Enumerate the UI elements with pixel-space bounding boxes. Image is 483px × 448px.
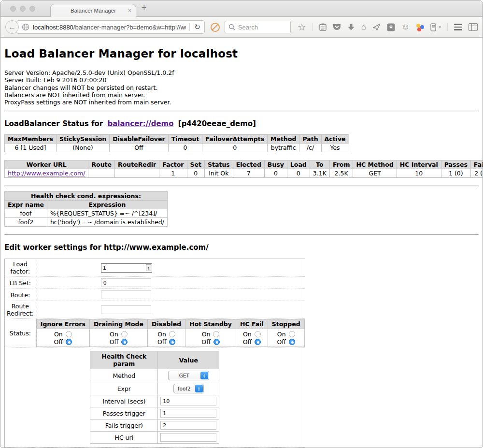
status-label: Status:: [5, 319, 36, 347]
load-factor-field[interactable]: [101, 265, 146, 271]
cell-stickysession: (None): [56, 144, 109, 152]
column-header: To: [310, 160, 329, 169]
back-button[interactable]: ←: [5, 20, 19, 34]
status-on-radio[interactable]: [66, 331, 72, 337]
load-factor-input[interactable]: ▴▾: [101, 263, 152, 273]
cell-elected: 7: [233, 169, 264, 178]
column-header: Worker URL: [5, 160, 88, 169]
column-header: RouteRedir: [115, 160, 159, 169]
column-header: FailoverAttempts: [202, 135, 268, 144]
hc-expr-select[interactable]: foof2 ▴▾: [173, 384, 204, 393]
heading-suffix: [p4420eeae_demo]: [178, 119, 256, 128]
route-label: Route:: [5, 289, 36, 301]
select-arrows-icon: ▴▾: [195, 385, 203, 392]
reload-icon[interactable]: ↻: [193, 23, 201, 31]
divider: [4, 234, 479, 235]
toolbar-divider: [447, 23, 448, 31]
balancer-demo-link[interactable]: balancer://demo: [107, 119, 173, 128]
hc-method-select[interactable]: GET ▴▾: [168, 371, 209, 380]
cell-status: Init Ok: [205, 169, 233, 178]
feedback-smiley-icon[interactable]: ☺: [401, 23, 410, 31]
reader-download-icon[interactable]: [387, 23, 395, 31]
hc-interval-input[interactable]: [160, 397, 216, 405]
cell-hc-interval: 10: [397, 169, 441, 178]
hc-param-header: Health Check param: [90, 351, 158, 369]
status-radio-row: On Off On Off On Off: [36, 329, 304, 347]
worker-url-link[interactable]: http://www.example.com/: [8, 170, 85, 177]
status-on-radio[interactable]: [121, 331, 128, 337]
status-header-row: Ignore Errors Draining Mode Disabled Hot…: [36, 319, 304, 329]
window-minimize-button[interactable]: [20, 6, 26, 12]
cell-routeredir: [115, 169, 159, 178]
route-input[interactable]: [101, 290, 151, 299]
status-col-stopped: Stopped: [268, 319, 304, 329]
cell-maxmembers: 6 [1 Used]: [5, 144, 57, 152]
column-header: Passes: [441, 160, 470, 169]
tab-close-icon[interactable]: ×: [128, 7, 131, 14]
hc-row-uri: HC uri: [90, 432, 219, 444]
chevron-down-icon[interactable]: ▾: [439, 25, 441, 29]
route-redirect-label: Route Redirect:: [5, 301, 36, 319]
hc-uri-label: HC uri: [90, 432, 158, 444]
cell-hc-method: GET: [353, 169, 397, 178]
url-bar[interactable]: localhost:8880/balancer-manager?b=demo&w…: [16, 20, 205, 34]
column-header: Elected: [233, 160, 264, 169]
page-content: Load Balancer Manager for localhost Serv…: [0, 47, 483, 448]
cell-expr-name: foof2: [5, 218, 47, 227]
status-off-radio[interactable]: [121, 339, 128, 345]
status-off-radio[interactable]: [255, 339, 261, 345]
column-header: Method: [268, 135, 299, 144]
status-off-radio[interactable]: [289, 339, 295, 345]
number-spinner-icon[interactable]: ▴▾: [146, 264, 151, 271]
cell-expression: %{REQUEST_STATUS} =~ /^[234]/: [47, 209, 167, 218]
downloads-icon[interactable]: [347, 23, 355, 31]
hc-uri-input[interactable]: [160, 433, 216, 442]
colored-dots-icon[interactable]: [416, 23, 424, 31]
pocket-icon[interactable]: [333, 23, 341, 31]
adblock-icon[interactable]: [211, 23, 220, 32]
clipboard-icon[interactable]: [319, 23, 327, 31]
column-header: Expr name: [5, 201, 47, 209]
status-on-radio[interactable]: [255, 331, 261, 337]
hc-fails-label: Fails trigger): [90, 419, 158, 432]
form-row-load-factor: Load factor: ▴▾: [5, 259, 305, 277]
status-off-radio[interactable]: [213, 339, 220, 345]
column-header: From: [329, 160, 353, 169]
edit-worker-form: Load factor: ▴▾ LB Set: Route:: [4, 259, 305, 448]
status-col-draining-mode: Draining Mode: [89, 319, 147, 329]
status-off-radio[interactable]: [66, 339, 72, 345]
column-header: HC Interval: [397, 160, 441, 169]
route-redirect-input[interactable]: [101, 305, 151, 314]
note-line: ProxyPass settings are NOT inherited fro…: [4, 99, 479, 106]
extension-grid-icon[interactable]: [469, 23, 478, 31]
hc-row-expr: Expr foof2 ▴▾: [90, 382, 219, 395]
extension-device-icon[interactable]: [430, 23, 436, 31]
cell-timeout: 0: [168, 144, 202, 152]
status-on-radio[interactable]: [169, 331, 175, 337]
menu-icon[interactable]: [454, 24, 462, 30]
cell-from: 2.5K: [329, 169, 353, 178]
cell-method: bytraffic: [268, 144, 299, 152]
window-zoom-button[interactable]: [29, 6, 35, 12]
cell-set: 0: [187, 169, 204, 178]
hc-fails-input[interactable]: [160, 421, 216, 430]
new-tab-button[interactable]: +: [142, 3, 147, 13]
column-header: Active: [321, 135, 349, 144]
send-plane-icon[interactable]: [372, 23, 381, 31]
search-input[interactable]: Search: [225, 21, 291, 33]
window-close-button[interactable]: [10, 6, 16, 12]
cell-route: [88, 169, 115, 178]
home-icon[interactable]: ⌂: [361, 23, 366, 31]
tab-balancer-manager[interactable]: Balancer Manager ×: [50, 4, 136, 17]
status-on-radio[interactable]: [213, 331, 219, 337]
hc-passes-input[interactable]: [160, 409, 216, 418]
status-off-radio[interactable]: [169, 339, 175, 345]
column-header: Set: [187, 160, 204, 169]
page-title: Load Balancer Manager for localhost: [4, 47, 479, 60]
bookmark-star-icon[interactable]: ☆: [298, 23, 306, 31]
hc-value-header: Value: [158, 351, 219, 369]
cell-fails: 2 (0): [470, 169, 483, 178]
status-on-radio[interactable]: [289, 331, 295, 337]
lb-set-input[interactable]: [101, 278, 151, 287]
cell-passes: 1 (0): [441, 169, 470, 178]
